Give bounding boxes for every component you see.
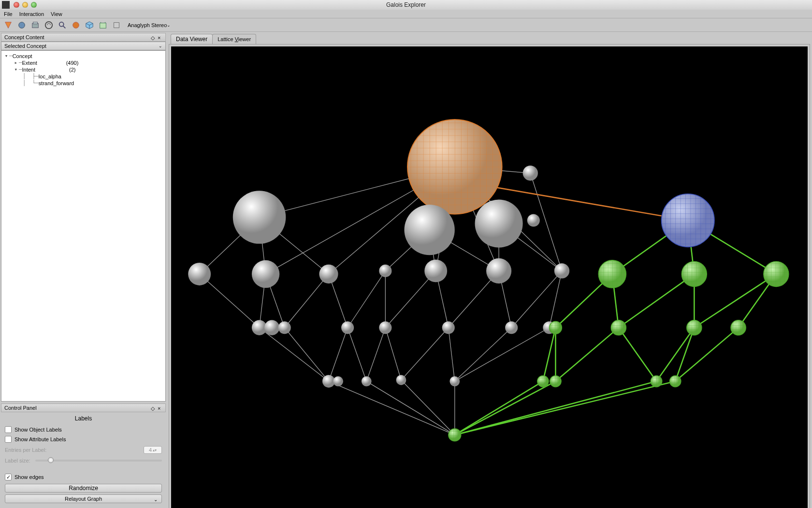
tool-icon-3[interactable] bbox=[30, 20, 41, 30]
svg-rect-13 bbox=[114, 22, 119, 28]
chevron-down-icon: ⌄ bbox=[167, 23, 171, 28]
svg-line-77 bbox=[455, 381, 556, 435]
tree-row-intent[interactable]: ▾─Intent(2) bbox=[2, 66, 164, 73]
relayout-graph-label: Relayout Graph bbox=[65, 496, 102, 502]
node[interactable] bbox=[396, 375, 406, 385]
node[interactable] bbox=[233, 191, 286, 244]
tool-icon-6[interactable] bbox=[71, 20, 81, 30]
node[interactable] bbox=[424, 259, 447, 282]
node[interactable] bbox=[278, 321, 291, 334]
lattice-3d-viewer[interactable] bbox=[171, 46, 808, 508]
close-icon[interactable]: × bbox=[158, 405, 162, 410]
svg-point-82 bbox=[764, 261, 789, 286]
show-attribute-labels-row[interactable]: Show Attribute Labels bbox=[5, 434, 162, 444]
svg-line-53 bbox=[455, 328, 511, 381]
pin-icon[interactable]: ◇ bbox=[151, 35, 156, 40]
node[interactable] bbox=[527, 214, 540, 227]
close-icon[interactable]: × bbox=[158, 35, 162, 40]
nodes-green-l4 bbox=[537, 375, 681, 387]
window-title: Galois Explorer bbox=[0, 1, 812, 8]
tool-cube-icon[interactable] bbox=[84, 20, 95, 30]
node[interactable] bbox=[319, 265, 338, 284]
tool-icon-8[interactable] bbox=[98, 20, 108, 30]
show-object-labels-row[interactable]: Show Object Labels bbox=[5, 425, 162, 434]
show-edges-row[interactable]: ✓ Show edges bbox=[5, 472, 162, 482]
stereo-mode-dropdown[interactable]: Anaglyph Stereo ⌄ bbox=[128, 22, 171, 28]
label-size-slider bbox=[35, 460, 162, 462]
svg-line-43 bbox=[511, 271, 562, 328]
entries-per-label-row: Entries per Label: 4 ▴▾ bbox=[5, 444, 162, 456]
selected-concept-dropdown[interactable]: Selected Concept ⌄ bbox=[1, 42, 166, 50]
node[interactable] bbox=[322, 375, 335, 388]
concept-tree[interactable]: ▾─Concept ▸─Extent(490) ▾─Intent(2) │ ├─… bbox=[1, 50, 166, 402]
chevron-down-icon: ⌄ bbox=[159, 44, 162, 48]
svg-line-76 bbox=[455, 381, 543, 435]
label-size-row: Label size: bbox=[5, 456, 162, 465]
control-panel-title: Control Panel bbox=[4, 405, 37, 411]
svg-line-50 bbox=[385, 328, 401, 380]
svg-point-91 bbox=[449, 429, 461, 441]
node[interactable] bbox=[450, 376, 460, 387]
svg-point-7 bbox=[73, 22, 79, 28]
node[interactable] bbox=[442, 321, 455, 334]
main-area: Concept Content ◇ × Selected Concept ⌄ ▾… bbox=[0, 32, 812, 508]
tab-data-viewer[interactable]: Data Viewer bbox=[171, 34, 213, 44]
svg-line-48 bbox=[348, 328, 366, 381]
node[interactable] bbox=[486, 258, 511, 284]
concept-content-header: Concept Content ◇ × bbox=[1, 33, 166, 42]
node[interactable] bbox=[475, 200, 523, 248]
lattice-svg bbox=[171, 46, 808, 508]
node[interactable] bbox=[523, 165, 538, 180]
menu-file[interactable]: File bbox=[4, 11, 13, 17]
node[interactable] bbox=[505, 321, 518, 334]
node[interactable] bbox=[188, 263, 211, 285]
node[interactable] bbox=[264, 320, 279, 335]
node[interactable] bbox=[379, 321, 392, 334]
tool-icon-2[interactable] bbox=[16, 20, 27, 30]
tree-row-intent-item[interactable]: │ └─strand_forward bbox=[2, 80, 164, 87]
show-attribute-labels-label: Show Attribute Labels bbox=[14, 436, 66, 442]
tab-lattice-viewer[interactable]: Lattice Viewer bbox=[212, 34, 256, 44]
svg-line-6 bbox=[63, 26, 66, 28]
node[interactable] bbox=[379, 265, 392, 277]
menu-interaction[interactable]: Interaction bbox=[19, 11, 44, 17]
svg-point-88 bbox=[550, 375, 561, 387]
checkbox-checked[interactable]: ✓ bbox=[5, 474, 12, 480]
nodes-green-l3 bbox=[549, 320, 746, 335]
svg-point-1 bbox=[19, 22, 25, 28]
node[interactable] bbox=[404, 205, 454, 255]
control-panel: Control Panel ◇ × Labels Show Object Lab… bbox=[1, 403, 166, 507]
tree-row-extent[interactable]: ▸─Extent(490) bbox=[2, 60, 164, 66]
tool-icon-9[interactable] bbox=[111, 20, 122, 30]
titlebar: Galois Explorer bbox=[0, 0, 812, 10]
svg-line-47 bbox=[329, 328, 348, 381]
svg-line-78 bbox=[455, 381, 656, 435]
relayout-graph-button[interactable]: Relayout Graph ⌄ bbox=[5, 494, 162, 503]
tree-row-concept[interactable]: ▾─Concept bbox=[2, 53, 164, 60]
chevron-down-icon: ⌄ bbox=[154, 496, 158, 504]
node[interactable] bbox=[362, 376, 372, 387]
svg-line-46 bbox=[285, 328, 329, 381]
slider-thumb bbox=[48, 457, 54, 463]
tool-icon-1[interactable] bbox=[3, 20, 14, 30]
node[interactable] bbox=[341, 321, 354, 334]
pin-icon[interactable]: ◇ bbox=[151, 405, 156, 410]
checkbox-unchecked[interactable] bbox=[5, 436, 12, 443]
menu-view[interactable]: View bbox=[51, 11, 62, 17]
node[interactable] bbox=[333, 376, 343, 387]
svg-line-79 bbox=[455, 381, 675, 435]
checkbox-unchecked[interactable] bbox=[5, 426, 12, 433]
tree-row-intent-item[interactable]: │ ├─loc_alpha bbox=[2, 73, 164, 80]
randomize-button[interactable]: Randomize bbox=[5, 484, 162, 493]
tool-icon-4[interactable] bbox=[44, 20, 54, 30]
svg-point-4 bbox=[45, 21, 52, 28]
svg-point-5 bbox=[59, 22, 64, 26]
node[interactable] bbox=[554, 263, 569, 278]
svg-point-81 bbox=[682, 261, 707, 286]
svg-point-87 bbox=[537, 375, 549, 387]
svg-line-44 bbox=[549, 271, 562, 328]
tool-zoom-icon[interactable] bbox=[57, 20, 68, 30]
svg-line-71 bbox=[555, 328, 618, 381]
node[interactable] bbox=[252, 260, 279, 288]
stereo-mode-label: Anaglyph Stereo bbox=[128, 22, 167, 28]
